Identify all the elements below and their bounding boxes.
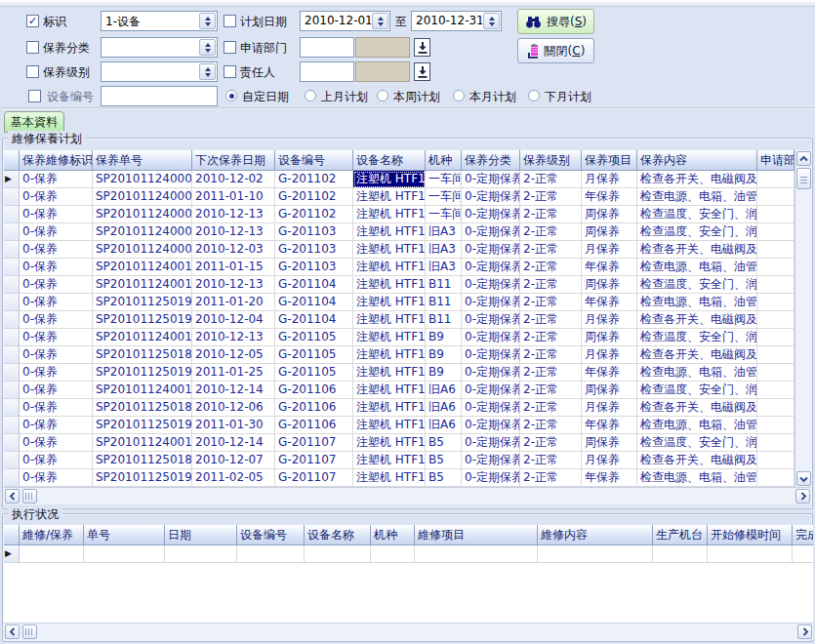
cell[interactable]: 2010-12-06 bbox=[192, 399, 275, 417]
cell[interactable]: 0-定期保养 bbox=[462, 294, 520, 311]
cell[interactable]: SP201011240006 bbox=[93, 188, 192, 206]
column-header[interactable]: 设备编号 bbox=[237, 525, 305, 545]
cell[interactable]: 0-定期保养 bbox=[462, 399, 520, 417]
owner-input[interactable] bbox=[300, 61, 354, 82]
cell[interactable]: G-201106 bbox=[275, 382, 353, 399]
cell[interactable] bbox=[653, 545, 708, 563]
cell[interactable]: 检查各开关、电磁阀及 bbox=[637, 346, 757, 364]
maint-category-checkbox[interactable] bbox=[26, 41, 39, 54]
column-header[interactable]: 保养级别 bbox=[520, 150, 582, 171]
row-indicator[interactable] bbox=[4, 241, 20, 259]
cell[interactable]: 0-定期保养 bbox=[462, 346, 520, 364]
spinner-icon[interactable] bbox=[199, 39, 216, 56]
cell[interactable]: 年保养 bbox=[582, 417, 637, 434]
table-row[interactable]: 0-保养SP2010112400092010-12-03G-201103注塑机 … bbox=[4, 241, 795, 259]
flag-checkbox[interactable] bbox=[26, 15, 39, 27]
device-no-checkbox[interactable] bbox=[28, 90, 41, 102]
cell[interactable]: B9 bbox=[426, 364, 462, 382]
cell[interactable]: G-201106 bbox=[275, 399, 353, 417]
table-row[interactable]: 0-保养SP2010112400072010-12-13G-201102注塑机 … bbox=[4, 206, 795, 223]
flag-combo[interactable]: 1-设备 bbox=[101, 11, 218, 31]
column-header[interactable]: 设备编号 bbox=[275, 150, 353, 171]
cell[interactable] bbox=[757, 364, 795, 382]
row-indicator[interactable] bbox=[4, 382, 20, 399]
plan-grid-vscrollbar[interactable] bbox=[795, 150, 811, 487]
cell[interactable]: 2-正常 bbox=[520, 223, 582, 241]
cell[interactable]: 检查各开关、电磁阀及 bbox=[637, 171, 757, 188]
search-button[interactable]: 搜尋(S) bbox=[517, 9, 594, 34]
cell[interactable]: SP201011240005 bbox=[93, 171, 192, 188]
cell[interactable]: G-201107 bbox=[275, 469, 353, 487]
cell[interactable]: 0-定期保养 bbox=[462, 276, 520, 294]
cell[interactable]: B11 bbox=[426, 276, 462, 294]
scroll-right-button[interactable] bbox=[797, 624, 812, 639]
cell[interactable] bbox=[757, 311, 795, 329]
cell[interactable] bbox=[538, 545, 653, 563]
cell[interactable]: 2010-12-05 bbox=[192, 346, 275, 364]
cell[interactable]: 2010-12-13 bbox=[192, 276, 275, 294]
tab-basic-info[interactable]: 基本資料 bbox=[4, 111, 64, 133]
table-row[interactable]: ▶0-保养SP2010112400052010-12-02G-201102注塑机… bbox=[4, 171, 795, 188]
table-row[interactable]: 0-保养SP2010112400142010-12-14G-201107注塑机 … bbox=[4, 434, 795, 452]
cell[interactable]: SP201011250185 bbox=[93, 452, 192, 469]
column-header[interactable]: 維修内容 bbox=[538, 525, 653, 545]
cell[interactable]: 2010-12-04 bbox=[192, 311, 275, 329]
cell[interactable]: 2-正常 bbox=[520, 259, 582, 276]
spinner-icon[interactable] bbox=[199, 13, 216, 29]
cell[interactable]: G-201103 bbox=[275, 241, 353, 259]
table-row[interactable]: 0-保养SP2010112400122010-12-13G-201105注塑机 … bbox=[4, 329, 795, 346]
column-header[interactable]: 保养分类 bbox=[462, 150, 520, 171]
cell[interactable]: SP201011250198 bbox=[93, 311, 192, 329]
cell[interactable]: 检查各开关、电磁阀及 bbox=[637, 452, 757, 469]
cell[interactable]: 2-正常 bbox=[520, 294, 582, 311]
cell[interactable]: SP201011240007 bbox=[93, 206, 192, 223]
cell[interactable]: G-201105 bbox=[275, 364, 353, 382]
cell[interactable] bbox=[757, 417, 795, 434]
cell[interactable]: 0-定期保养 bbox=[462, 452, 520, 469]
radio-this-month-plan[interactable] bbox=[453, 90, 465, 101]
cell[interactable]: G-201104 bbox=[275, 311, 353, 329]
cell[interactable]: G-201102 bbox=[275, 188, 353, 206]
cell[interactable]: 0-定期保养 bbox=[462, 311, 520, 329]
cell[interactable]: 月保养 bbox=[582, 346, 637, 364]
column-header[interactable]: 維修/保养 bbox=[20, 525, 84, 545]
row-indicator[interactable] bbox=[4, 469, 20, 487]
cell[interactable] bbox=[793, 545, 813, 563]
cell[interactable] bbox=[757, 276, 795, 294]
request-dept-checkbox[interactable] bbox=[224, 41, 236, 54]
row-indicator[interactable] bbox=[4, 294, 20, 311]
cell[interactable]: 注塑机 HTF11 bbox=[353, 223, 426, 241]
cell[interactable]: 检查电源、电箱、油管 bbox=[637, 294, 757, 311]
cell[interactable]: 2010-12-02 bbox=[192, 171, 275, 188]
row-indicator[interactable]: ▶ bbox=[4, 171, 20, 188]
plan-date-from[interactable]: 2010-12-01 bbox=[300, 11, 390, 31]
hscroll-thumb[interactable] bbox=[22, 624, 37, 639]
cell[interactable]: 注塑机 HTF11 bbox=[353, 206, 426, 223]
cell[interactable]: 旧A6 bbox=[426, 417, 462, 434]
cell[interactable]: 2-正常 bbox=[520, 346, 582, 364]
cell[interactable] bbox=[757, 206, 795, 223]
row-indicator[interactable] bbox=[4, 311, 20, 329]
cell[interactable]: 注塑机 HTF15 bbox=[353, 434, 426, 452]
cell[interactable] bbox=[757, 241, 795, 259]
scroll-up-button[interactable] bbox=[796, 151, 811, 166]
cell[interactable]: 检查电源、电箱、油管 bbox=[637, 188, 757, 206]
table-row[interactable]: 0-保养SP2010112501852010-12-07G-201107注塑机 … bbox=[4, 452, 795, 469]
column-header[interactable]: 保养单号 bbox=[93, 150, 192, 171]
cell[interactable]: 2-正常 bbox=[520, 434, 582, 452]
cell[interactable]: SP201011240012 bbox=[93, 329, 192, 346]
cell[interactable]: SP201011250183 bbox=[93, 346, 192, 364]
cell[interactable]: B9 bbox=[426, 329, 462, 346]
cell[interactable] bbox=[371, 545, 415, 563]
cell[interactable]: 旧A6 bbox=[426, 399, 462, 417]
cell[interactable]: 0-定期保养 bbox=[462, 241, 520, 259]
cell[interactable]: 年保养 bbox=[582, 364, 637, 382]
table-row[interactable]: 0-保养SP2010112501942011-02-05G-201107注塑机 … bbox=[4, 469, 795, 487]
cell[interactable]: 2-正常 bbox=[520, 188, 582, 206]
row-indicator[interactable] bbox=[4, 329, 20, 346]
row-indicator[interactable] bbox=[4, 188, 20, 206]
cell[interactable]: 旧A3 bbox=[426, 259, 462, 276]
cell[interactable]: 2010-12-14 bbox=[192, 434, 275, 452]
cell[interactable]: 注塑机 HTF11 bbox=[353, 311, 426, 329]
cell[interactable]: G-201105 bbox=[275, 329, 353, 346]
